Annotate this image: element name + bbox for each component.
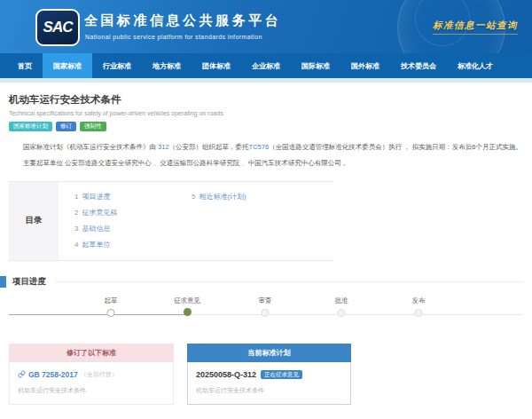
drafting-units-text: 主要起草单位 公安部道路交通安全研究中心 、交通运输部公路科学研究院 、中国汽车… xyxy=(9,157,523,169)
technical-committee-link[interactable]: TC576 xyxy=(249,143,270,151)
step-label: 批准 xyxy=(335,296,348,305)
section-marker-icon xyxy=(0,276,6,288)
step-soliciting-comments: 征求意见 xyxy=(174,296,200,316)
catalog-columns: 1项目进度 2征求意见稿 3基础信息 4起草单位 5相近标准(计划) xyxy=(59,182,333,260)
step-drafting: 起草 xyxy=(105,296,118,317)
catalog-item-number: 3 xyxy=(74,225,78,233)
nav-item-industry-standards[interactable]: 行业标准 xyxy=(92,53,142,78)
step-approval: 批准 xyxy=(335,296,348,317)
nav-item-local-standards[interactable]: 地方标准 xyxy=(142,53,192,78)
standard-title: 机动车运行安全技术条件 xyxy=(9,93,523,107)
progress-section-header: 项目进度 xyxy=(0,276,532,288)
main-nav: 首页 国家标准 行业标准 地方标准 团体标准 企业标准 国际标准 国外标准 技术… xyxy=(0,53,532,78)
revised-standard-code-link[interactable]: GB 7258-2017 xyxy=(28,370,78,379)
step-review: 审查 xyxy=(259,296,272,317)
step-dot-icon xyxy=(262,309,270,317)
catalog-item-number: 4 xyxy=(74,241,78,249)
catalog-item-label: 征求意见稿 xyxy=(82,209,117,217)
step-label: 审查 xyxy=(259,296,272,305)
current-plan-card-body: 20250058-Q-312 正在征求意见 机动车运行安全技术条件 xyxy=(187,362,351,406)
catalog-item-number: 5 xyxy=(192,193,195,201)
site-header: SAC 全国标准信息公共服务平台 National public service… xyxy=(0,0,532,53)
badge-revision: 修订 xyxy=(56,122,76,131)
nav-item-group-standards[interactable]: 团体标准 xyxy=(192,53,241,78)
standard-summary: 国家标准计划《机动车运行安全技术条件》由 312（公安部）组织起草，委托TC57… xyxy=(9,141,523,153)
catalog-item-progress[interactable]: 1项目进度 xyxy=(74,189,192,205)
revised-card-body: GB 7258-2017 （全部代替） 机动车运行安全技术条件 xyxy=(9,362,174,405)
step-dot-icon xyxy=(184,308,192,316)
plan-code: 20250058-Q-312 xyxy=(196,370,256,379)
site-title: 全国标准信息公共服务平台 xyxy=(84,12,281,29)
step-dot-icon xyxy=(107,309,115,317)
related-standards-row: 修订了以下标准 GB 7258-2017 （全部代替） 机动车运行安全技术条件 … xyxy=(0,344,532,406)
step-label: 起草 xyxy=(105,296,118,305)
nav-item-technical-committee[interactable]: 技术委员会 xyxy=(390,53,447,78)
revised-card-header: 修订了以下标准 xyxy=(9,344,174,362)
badge-national-plan: 国家标准计划 xyxy=(9,122,52,131)
step-label: 征求意见 xyxy=(174,296,200,305)
badge-mandatory: 强制性 xyxy=(80,122,106,131)
nav-item-home[interactable]: 首页 xyxy=(7,53,43,78)
step-dot-icon xyxy=(338,309,346,317)
standard-title-en: Technical specifications for safety of p… xyxy=(9,110,523,116)
nav-item-international-standards[interactable]: 国际标准 xyxy=(291,53,340,78)
catalog-item-similar-standards[interactable]: 5相近标准(计划) xyxy=(192,189,246,205)
step-publication: 发布 xyxy=(412,296,426,317)
progress-section-title: 项目进度 xyxy=(12,276,46,288)
catalog-item-number: 2 xyxy=(74,209,78,217)
step-dot-icon xyxy=(415,309,423,317)
summary-text: （公安部）组织起草，委托 xyxy=(169,143,249,151)
site-slogan: 标准信息一站查询 xyxy=(433,20,518,35)
catalog-box: 目录 1项目进度 2征求意见稿 3基础信息 4起草单位 5相近标准(计划) xyxy=(9,181,333,261)
catalog-item-label: 相近标准(计划) xyxy=(199,193,246,201)
badge-row: 国家标准计划 修订 强制性 xyxy=(9,122,523,131)
revised-standard-card: 修订了以下标准 GB 7258-2017 （全部代替） 机动车运行安全技术条件 xyxy=(9,344,174,405)
summary-text: 国家标准计划《机动车运行安全技术条件》由 xyxy=(23,143,158,151)
drafting-org-link[interactable]: 312 xyxy=(158,143,169,151)
plan-status-badge: 正在征求意见 xyxy=(261,370,302,380)
nav-bottom-strip xyxy=(0,78,532,83)
current-plan-card-header: 当前标准计划 xyxy=(187,344,351,362)
step-label: 发布 xyxy=(412,296,426,305)
sac-logo[interactable]: SAC xyxy=(35,9,80,46)
stepper-track-completed xyxy=(9,314,187,315)
link-icon xyxy=(18,370,26,378)
nav-item-enterprise-standards[interactable]: 企业标准 xyxy=(241,53,291,78)
nav-item-national-standards[interactable]: 国家标准 xyxy=(43,53,92,78)
catalog-item-label: 起草单位 xyxy=(82,241,110,249)
catalog-item-drafting-units[interactable]: 4起草单位 xyxy=(74,237,192,253)
nav-item-standardization-talent[interactable]: 标准化人才 xyxy=(447,53,504,78)
catalog-item-number: 1 xyxy=(74,193,78,201)
catalog-item-basic-info[interactable]: 3基础信息 xyxy=(74,221,192,237)
site-subtitle: National public service platform for sta… xyxy=(85,34,262,40)
catalog-item-label: 基础信息 xyxy=(82,225,110,233)
catalog-label: 目录 xyxy=(9,182,59,260)
catalog-item-label: 项目进度 xyxy=(82,193,110,201)
summary-text: （全国道路交通管理标准化技术委员会）执行 ， 拟实施日期：发布后6个月正式实施。 xyxy=(269,143,522,151)
section-divider xyxy=(55,281,523,282)
nav-item-foreign-standards[interactable]: 国外标准 xyxy=(340,53,390,78)
catalog-column-1: 1项目进度 2征求意见稿 3基础信息 4起草单位 xyxy=(74,189,192,253)
progress-stepper: 起草 征求意见 审查 批准 发布 xyxy=(0,296,532,334)
catalog-column-2: 5相近标准(计划) xyxy=(192,189,246,253)
replacement-note: （全部代替） xyxy=(81,370,118,379)
plan-standard-name: 机动车运行安全技术条件 xyxy=(196,386,342,395)
current-plan-card: 当前标准计划 20250058-Q-312 正在征求意见 机动车运行安全技术条件 xyxy=(187,344,351,406)
catalog-item-draft[interactable]: 2征求意见稿 xyxy=(74,205,192,221)
revised-standard-name: 机动车运行安全技术条件 xyxy=(18,386,165,395)
